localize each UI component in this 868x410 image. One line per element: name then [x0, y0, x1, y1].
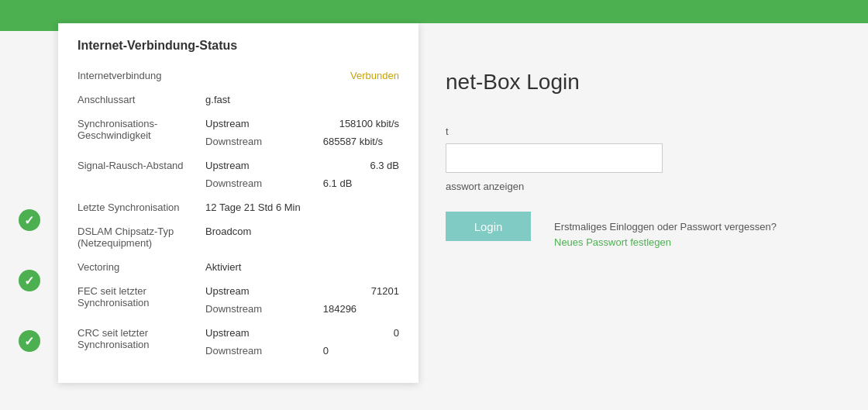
check-icon-3: ✓ [19, 330, 40, 352]
panel-title: Internet-Verbindung-Status [78, 39, 399, 53]
password-label: t [446, 126, 449, 137]
row-value: 71201 [323, 282, 399, 300]
row-label: FEC seit letzter Synchronisation [78, 282, 205, 318]
login-button[interactable]: Login [446, 212, 531, 241]
row-sub-label: Upstream [205, 157, 323, 174]
forgot-text: Erstmaliges Einloggen oder Passwort verg… [554, 221, 777, 233]
table-row: Internetverbindung Verbunden [78, 67, 399, 84]
row-value: 184296 [323, 300, 399, 318]
status-panel: Internet-Verbindung-Status Internetverbi… [58, 23, 418, 383]
info-table: Internetverbindung Verbunden Anschlussar… [78, 67, 399, 360]
row-label: Synchronisations-Geschwindigkeit [78, 115, 205, 150]
table-row: DSLAM Chipsatz-Typ (Netzequipment) Broad… [78, 222, 399, 252]
row-sub-label: Upstream [205, 324, 323, 342]
row-value: g.fast [205, 91, 323, 109]
row-sub-label: Downstream [205, 342, 323, 360]
row-label: DSLAM Chipsatz-Typ (Netzequipment) [78, 222, 205, 252]
sidebar: ✓ ✓ ✓ [0, 31, 58, 410]
row-sub-label: Upstream [205, 282, 323, 300]
row-extra [323, 91, 399, 109]
row-value: 685587 kbit/s [323, 133, 399, 150]
table-row: FEC seit letzter Synchronisation Upstrea… [78, 282, 399, 300]
row-label: CRC seit letzter Synchronisation [78, 324, 205, 360]
row-value: 0 [323, 324, 399, 342]
password-input[interactable] [446, 143, 663, 173]
table-row: Synchronisations-Geschwindigkeit Upstrea… [78, 115, 399, 133]
table-row: Signal-Rausch-Abstand Upstream 6.3 dB [78, 157, 399, 174]
row-label: Vectoring [78, 258, 205, 276]
forgot-password-section: Erstmaliges Einloggen oder Passwort verg… [554, 221, 777, 248]
content-area: ✓ ✓ ✓ Internet-Verbindung-Status Interne… [0, 31, 868, 410]
row-sub-label: Upstream [205, 115, 323, 133]
row-value: 0 [323, 342, 399, 360]
status-connected: Verbunden [350, 70, 399, 81]
row-sub-label: Downstream [205, 174, 323, 192]
row-value: 12 Tage 21 Std 6 Min [205, 198, 399, 216]
row-value: 158100 kbit/s [323, 115, 399, 133]
login-title-text: net-Box Login [446, 70, 580, 94]
row-sub-label: Downstream [205, 300, 323, 318]
table-row: Vectoring Aktiviert [78, 258, 399, 276]
row-label: Letzte Synchronisation [78, 198, 205, 216]
row-value: 6.3 dB [323, 157, 399, 174]
row-sub-label: Downstream [205, 133, 323, 150]
table-row: CRC seit letzter Synchronisation Upstrea… [78, 324, 399, 342]
table-row: Anschlussart g.fast [78, 91, 399, 109]
row-value: Broadcom [205, 222, 399, 252]
show-password-label[interactable]: asswort anzeigen [446, 181, 524, 192]
login-panel: net-Box Login t asswort anzeigen Login E… [407, 23, 868, 402]
table-row: Letzte Synchronisation 12 Tage 21 Std 6 … [78, 198, 399, 216]
row-extra: Verbunden [323, 67, 399, 84]
row-label: Internetverbindung [78, 67, 205, 84]
row-label: Anschlussart [78, 91, 205, 109]
row-value: Aktiviert [205, 258, 399, 276]
row-label: Signal-Rausch-Abstand [78, 157, 205, 192]
forgot-link[interactable]: Neues Passwort festlegen [554, 236, 671, 248]
check-icon-1: ✓ [19, 209, 40, 231]
login-title: net-Box Login [446, 70, 580, 95]
row-value [205, 67, 323, 84]
login-row: Login Erstmaliges Einloggen oder Passwor… [446, 212, 777, 253]
check-icon-2: ✓ [19, 270, 40, 291]
row-value: 6.1 dB [323, 174, 399, 192]
